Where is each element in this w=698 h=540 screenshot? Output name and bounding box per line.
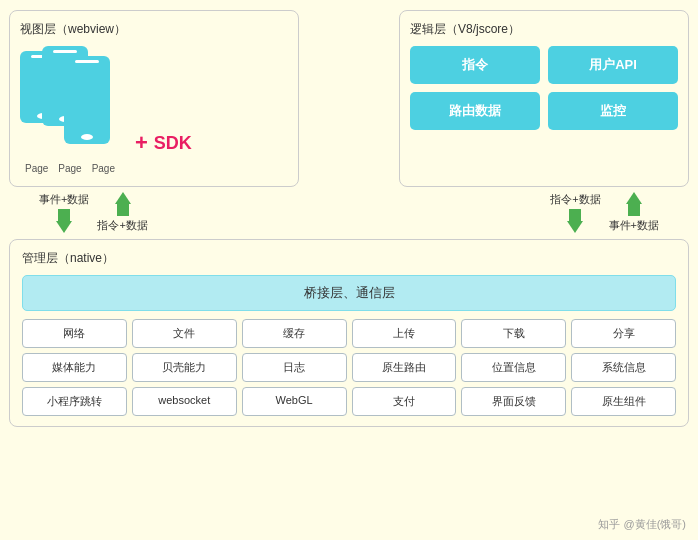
right-down-arrow: 指令+数据 <box>550 192 600 233</box>
cap-cell-r3-2: WebGL <box>242 387 347 416</box>
logic-layer-title: 逻辑层（V8/jscore） <box>410 21 678 38</box>
logic-layer-box: 逻辑层（V8/jscore） 指令 用户API 路由数据 监控 <box>399 10 689 187</box>
cap-cell-r2-0: 媒体能力 <box>22 353 127 382</box>
cap-cell-r2-4: 位置信息 <box>461 353 566 382</box>
cap-cell-r3-1: websocket <box>132 387 237 416</box>
logic-cell-2: 路由数据 <box>410 92 540 130</box>
cap-cell-r2-3: 原生路由 <box>352 353 457 382</box>
sdk-text: SDK <box>154 133 192 154</box>
capability-grid-row2: 媒体能力 贝壳能力 日志 原生路由 位置信息 系统信息 <box>22 353 676 382</box>
capability-grid-row1: 网络 文件 缓存 上传 下载 分享 <box>22 319 676 348</box>
right-up-label: 事件+数据 <box>609 218 659 233</box>
view-layer-title: 视图层（webview） <box>20 21 288 38</box>
cap-cell-r2-2: 日志 <box>242 353 347 382</box>
cap-cell-r2-5: 系统信息 <box>571 353 676 382</box>
capability-grid-row3: 小程序跳转 websocket WebGL 支付 界面反馈 原生组件 <box>22 387 676 416</box>
logic-cell-3: 监控 <box>548 92 678 130</box>
arrows-row: 事件+数据 指令+数据 指令+数据 <box>9 187 689 237</box>
cap-cell-r3-3: 支付 <box>352 387 457 416</box>
logic-grid: 指令 用户API 路由数据 监控 <box>410 46 678 130</box>
plus-sdk: + SDK <box>135 130 192 156</box>
left-down-label: 事件+数据 <box>39 192 89 207</box>
plus-sign: + <box>135 130 148 156</box>
right-arrows: 指令+数据 事件+数据 <box>550 192 659 233</box>
bottom-layer-title: 管理层（native） <box>22 250 676 267</box>
left-down-arrow: 事件+数据 <box>39 192 89 233</box>
left-arrows: 事件+数据 指令+数据 <box>39 192 148 233</box>
right-down-label: 指令+数据 <box>550 192 600 207</box>
cap-cell-r1-0: 网络 <box>22 319 127 348</box>
logic-cell-0: 指令 <box>410 46 540 84</box>
cap-cell-r1-2: 缓存 <box>242 319 347 348</box>
page-label-1: Page <box>25 163 48 174</box>
cap-cell-r2-1: 贝壳能力 <box>132 353 237 382</box>
main-container: 视图层（webview） Page Page Page + SDK <box>9 10 689 427</box>
page-labels: Page Page Page <box>20 163 120 174</box>
top-row: 视图层（webview） Page Page Page + SDK <box>9 10 689 187</box>
page-label-2: Page <box>58 163 81 174</box>
cap-cell-r3-5: 原生组件 <box>571 387 676 416</box>
left-up-label: 指令+数据 <box>97 218 147 233</box>
watermark: 知乎 @黄佳(饿哥) <box>598 517 686 532</box>
right-up-arrow: 事件+数据 <box>609 192 659 233</box>
cap-cell-r1-1: 文件 <box>132 319 237 348</box>
cap-cell-r3-0: 小程序跳转 <box>22 387 127 416</box>
cap-cell-r1-4: 下载 <box>461 319 566 348</box>
phone-stack: Page Page Page <box>20 46 120 156</box>
left-up-arrow: 指令+数据 <box>97 192 147 233</box>
bottom-layer-box: 管理层（native） 桥接层、通信层 网络 文件 缓存 上传 下载 分享 媒体… <box>9 239 689 427</box>
phone-icon-3 <box>64 56 110 144</box>
cap-cell-r3-4: 界面反馈 <box>461 387 566 416</box>
view-layer-box: 视图层（webview） Page Page Page + SDK <box>9 10 299 187</box>
cap-cell-r1-5: 分享 <box>571 319 676 348</box>
logic-cell-1: 用户API <box>548 46 678 84</box>
bridge-bar: 桥接层、通信层 <box>22 275 676 311</box>
page-label-3: Page <box>92 163 115 174</box>
cap-cell-r1-3: 上传 <box>352 319 457 348</box>
